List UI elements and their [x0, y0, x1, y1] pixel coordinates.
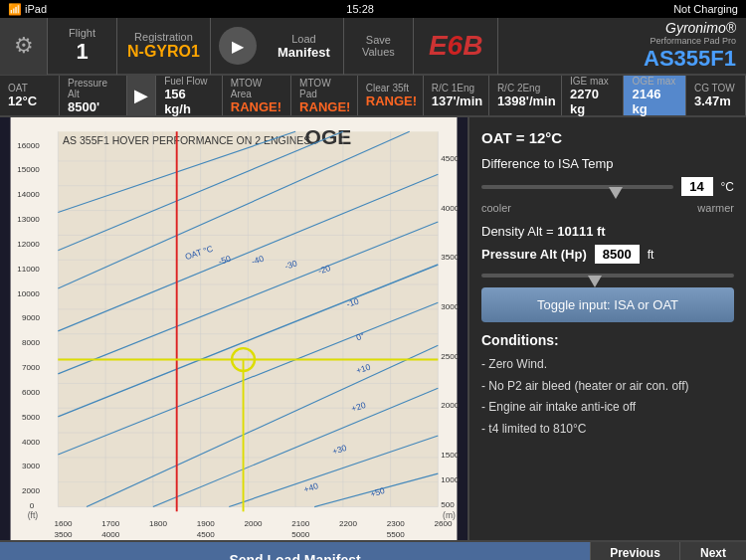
density-alt-label: Density Alt = — [481, 224, 554, 239]
model-text: AS355F1 — [644, 46, 736, 72]
save-label1: Save — [366, 34, 391, 46]
mtow-area-label: MTOW Area — [231, 78, 282, 99]
density-section: Density Alt = 10111 ft Pressure Alt (Hp)… — [481, 224, 734, 278]
e6b-section[interactable]: E6B — [414, 17, 499, 75]
pressure-hp-row: Pressure Alt (Hp) 8500 ft — [481, 245, 734, 264]
rc-1eng-info: R/C 1Eng 137'/min — [424, 76, 489, 115]
perf-pad-text: Performance Pad Pro — [644, 36, 736, 46]
cg-label: CG TOW — [694, 83, 735, 93]
battery-status: Not Charging — [673, 3, 738, 15]
svg-text:5500: 5500 — [387, 530, 406, 539]
svg-text:2000: 2000 — [245, 519, 264, 528]
svg-text:5000: 5000 — [291, 530, 310, 539]
svg-text:1700: 1700 — [101, 519, 120, 528]
e6b-text: E6B — [429, 30, 483, 62]
svg-text:2600: 2600 — [435, 519, 454, 528]
oge-value: 2146 kg — [632, 87, 677, 116]
condition-2: - No P2 air bleed (heater or air con. of… — [481, 376, 734, 398]
pressure-label: Pressure Alt — [68, 78, 118, 99]
main-content: AS 355F1 HOVER PERFORMANCE ON 2 ENGINES … — [0, 117, 746, 540]
mtow-area-value: RANGE! — [231, 99, 281, 114]
load-manifest-label2: Manifest — [278, 45, 330, 60]
send-load-manifest-button[interactable]: Send Load Manifest — [0, 542, 591, 560]
time-display: 15:28 — [346, 3, 374, 15]
header-bar: ⚙ Flight 1 Registration N-GYRO1 ▶ Load M… — [0, 18, 746, 76]
rc-1eng-value: 137'/min — [432, 93, 483, 108]
load-manifest-label1: Load — [291, 33, 315, 45]
svg-text:3000: 3000 — [441, 302, 460, 311]
pressure-slider-thumb[interactable] — [588, 276, 602, 287]
svg-text:9000: 9000 — [22, 313, 41, 322]
oat-display: OAT = 12°C — [481, 129, 734, 146]
svg-text:10000: 10000 — [17, 289, 40, 298]
isa-slider-labels: cooler warmer — [481, 202, 734, 214]
isa-slider-thumb[interactable] — [609, 187, 623, 199]
conditions-section: Conditions: - Zero Wind. - No P2 air ble… — [481, 332, 734, 528]
flight-number: 1 — [76, 39, 88, 65]
footer-bar: Send Load Manifest PreviousFlight NextFl… — [0, 540, 746, 560]
isa-temp-label: Difference to ISA Temp — [481, 156, 734, 171]
rc-2eng-info: R/C 2Eng 1398'/min — [489, 76, 562, 115]
svg-text:4000: 4000 — [22, 438, 41, 447]
svg-text:4000: 4000 — [101, 530, 120, 539]
isa-temp-section: Difference to ISA Temp 14 °C cooler warm… — [481, 156, 734, 214]
pressure-hp-unit: ft — [648, 248, 654, 262]
svg-text:2000: 2000 — [441, 401, 460, 410]
svg-text:4500: 4500 — [197, 530, 216, 539]
isa-slider-row: 14 °C — [481, 177, 734, 196]
svg-text:4500: 4500 — [441, 154, 460, 163]
registration-value: N-GYRO1 — [127, 43, 200, 61]
svg-text:2300: 2300 — [387, 519, 406, 528]
cooler-label: cooler — [481, 202, 511, 214]
svg-text:15000: 15000 — [17, 165, 40, 174]
svg-text:4000: 4000 — [441, 204, 460, 213]
svg-text:AS 355F1 HOVER PERFORMANCE ON : AS 355F1 HOVER PERFORMANCE ON 2 ENGINES — [63, 134, 310, 146]
rc-1eng-label: R/C 1Eng — [432, 83, 474, 93]
density-alt-display: Density Alt = 10111 ft — [481, 224, 734, 239]
ige-max-info: IGE max 2270 kg — [562, 76, 625, 115]
isa-slider[interactable] — [481, 185, 673, 189]
clear-35ft-info: Clear 35ft RANGE! — [358, 76, 424, 115]
load-manifest-section[interactable]: Load Manifest — [265, 17, 344, 75]
flight-section: Flight 1 — [48, 17, 117, 75]
svg-text:12000: 12000 — [17, 240, 40, 249]
toggle-input-button[interactable]: Toggle input: ISA or OAT — [481, 287, 734, 322]
registration-section: Registration N-GYRO1 — [117, 17, 211, 75]
rc-2eng-label: R/C 2Eng — [497, 83, 540, 93]
pressure-hp-label: Pressure Alt (Hp) — [481, 247, 587, 262]
settings-button[interactable]: ⚙ — [0, 17, 48, 75]
next-flight-button[interactable]: NextFlight — [680, 542, 746, 560]
previous-flight-button[interactable]: PreviousFlight — [591, 542, 680, 560]
play-arrow[interactable]: ▶ — [127, 76, 156, 115]
svg-text:3500: 3500 — [441, 253, 460, 262]
ige-value: 2270 kg — [570, 87, 616, 116]
mtow-area-info: MTOW Area RANGE! — [223, 76, 291, 115]
mtow-pad-value: RANGE! — [299, 99, 350, 114]
ige-label: IGE max — [570, 76, 609, 87]
clear-value: RANGE! — [366, 93, 417, 108]
right-panel: OAT = 12°C Difference to ISA Temp 14 °C … — [467, 117, 746, 540]
svg-text:3000: 3000 — [22, 462, 41, 470]
svg-text:6000: 6000 — [22, 388, 41, 397]
pressure-slider[interactable] — [481, 274, 734, 278]
isa-value-box: 14 — [681, 177, 713, 196]
cg-tow-info: CG TOW 3.47m — [686, 76, 746, 115]
svg-text:11000: 11000 — [17, 265, 40, 274]
rc-2eng-value: 1398'/min — [497, 93, 556, 108]
svg-text:2000: 2000 — [22, 486, 41, 495]
cg-value: 3.47m — [694, 93, 731, 108]
svg-text:3500: 3500 — [54, 530, 73, 539]
fuel-label: Fuel Flow — [164, 76, 207, 87]
gyronimo-brand: Gyronimo® — [644, 20, 736, 36]
save-values-section[interactable]: Save Values — [344, 17, 414, 75]
condition-3: - Engine air intake anti-ice off — [481, 397, 734, 419]
isa-unit: °C — [721, 180, 734, 194]
svg-text:8000: 8000 — [22, 338, 41, 347]
svg-text:1000: 1000 — [441, 475, 460, 484]
condition-4: - t4 limited to 810°C — [481, 419, 734, 441]
svg-text:1800: 1800 — [149, 519, 168, 528]
svg-text:16000: 16000 — [17, 141, 40, 150]
svg-text:13000: 13000 — [17, 215, 40, 224]
play-button[interactable]: ▶ — [219, 27, 257, 65]
mtow-pad-label: MTOW Pad — [299, 78, 349, 99]
